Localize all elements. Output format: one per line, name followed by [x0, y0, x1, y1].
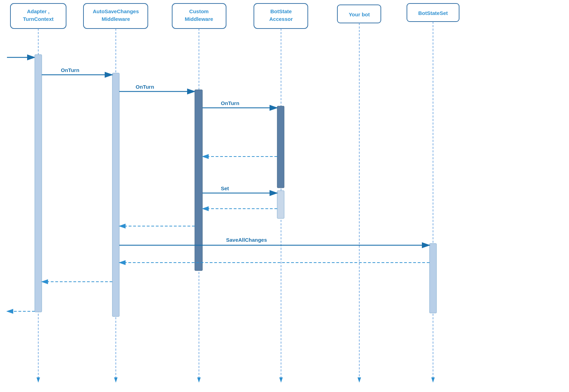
- svg-marker-30: [358, 377, 361, 383]
- svg-text:Middleware: Middleware: [185, 16, 213, 22]
- sequence-diagram: Adapter , TurnContext AutoSaveChanges Mi…: [0, 0, 569, 392]
- svg-text:AutoSaveChanges: AutoSaveChanges: [93, 8, 139, 14]
- svg-marker-27: [114, 377, 118, 383]
- svg-text:OnTurn: OnTurn: [136, 84, 154, 90]
- svg-rect-37: [277, 191, 284, 218]
- svg-rect-34: [112, 73, 119, 317]
- svg-text:Custom: Custom: [189, 8, 209, 14]
- svg-text:Set: Set: [221, 185, 229, 191]
- svg-text:Your bot: Your bot: [349, 11, 370, 17]
- svg-rect-36: [277, 106, 284, 188]
- diagram-container: Adapter , TurnContext AutoSaveChanges Mi…: [0, 0, 569, 392]
- svg-text:BotState: BotState: [270, 8, 292, 14]
- svg-marker-28: [197, 377, 201, 383]
- svg-text:OnTurn: OnTurn: [221, 100, 239, 106]
- svg-text:BotStateSet: BotStateSet: [418, 10, 448, 16]
- svg-text:Accessor: Accessor: [269, 16, 293, 22]
- svg-text:OnTurn: OnTurn: [61, 67, 79, 73]
- svg-marker-26: [37, 377, 40, 383]
- svg-rect-33: [35, 55, 42, 312]
- svg-marker-31: [431, 377, 435, 383]
- svg-text:Middleware: Middleware: [102, 16, 130, 22]
- svg-text:Adapter ,: Adapter ,: [27, 8, 49, 14]
- svg-marker-29: [279, 377, 283, 383]
- svg-rect-38: [430, 243, 436, 313]
- svg-text:SaveAllChanges: SaveAllChanges: [226, 237, 267, 243]
- svg-text:TurnContext: TurnContext: [23, 16, 54, 22]
- svg-rect-35: [195, 90, 202, 271]
